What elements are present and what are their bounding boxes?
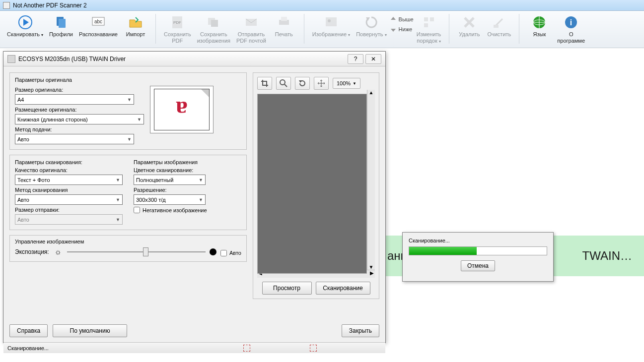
svg-point-24 (280, 80, 285, 85)
reorder-icon (422, 15, 436, 30)
pdf-icon: PDF (170, 15, 185, 30)
rotate-cw-icon (298, 79, 306, 87)
image-control-panel: Управление изображением Экспозиция: ☼ Ав… (9, 235, 247, 262)
profiles-button[interactable]: Профили (46, 14, 76, 39)
zoom-combo[interactable]: 100%▼ (333, 78, 360, 89)
folder-import-icon (128, 15, 143, 30)
feed-label: Метод подачи: (15, 126, 144, 132)
exposure-slider[interactable] (67, 251, 206, 252)
svg-point-14 (328, 19, 331, 22)
images-icon (206, 15, 221, 30)
status-text: Сканирование... (7, 345, 49, 351)
import-button[interactable]: Импорт (121, 14, 150, 39)
crop-icon (261, 79, 269, 87)
dialog-icon (7, 55, 15, 63)
help-button[interactable]: Справка (9, 324, 48, 337)
app-icon (3, 2, 10, 9)
status-mark-icon (243, 345, 250, 352)
ocr-button[interactable]: abc Распознавание (76, 14, 121, 39)
svg-rect-9 (211, 20, 218, 27)
dialog-close-bottom-button[interactable]: Закрыть (342, 324, 379, 337)
dialog-title: ECOSYS M2035dn (USB) TWAIN Driver (18, 56, 126, 62)
preview-canvas[interactable] (257, 94, 367, 274)
svg-text:PDF: PDF (173, 20, 181, 25)
envelope-icon (244, 15, 259, 30)
preview-panel: 100%▼ ▲▼ ◀▶ Просмотр Сканирование (253, 72, 379, 299)
scan-button[interactable]: Сканировать ▾ (4, 14, 46, 39)
svg-rect-18 (424, 23, 428, 27)
placement-combo[interactable]: Книжная (длинная сторона)▼ (15, 114, 144, 124)
reorder-button[interactable]: Изменить порядок ▾ (414, 14, 444, 46)
svg-rect-16 (424, 17, 428, 21)
arrow-down-icon (390, 26, 397, 33)
about-button[interactable]: i О программе (554, 14, 588, 45)
svg-rect-19 (494, 25, 499, 28)
sendsize-label: Размер отправки: (15, 207, 123, 213)
magnifier-icon (280, 79, 287, 87)
dark-dot-icon (210, 248, 216, 255)
svg-rect-17 (430, 17, 434, 21)
exposure-label: Экспозиция: (15, 248, 49, 255)
move-up-button[interactable]: Выше (390, 16, 414, 23)
original-params-header: Параметры оригинала (15, 77, 241, 83)
resolution-label: Разрешение: (134, 187, 241, 193)
feed-combo[interactable]: Авто▼ (15, 134, 134, 144)
save-images-button[interactable]: Сохранить изображения (194, 14, 233, 45)
quality-combo[interactable]: Текст + Фото▼ (15, 175, 123, 185)
dialog-close-button[interactable]: ✕ (365, 54, 381, 64)
x-icon (462, 15, 477, 30)
svg-rect-3 (59, 19, 66, 28)
svg-marker-1 (23, 19, 29, 26)
crop-button[interactable] (257, 77, 272, 90)
defaults-button[interactable]: По умолчанию (53, 324, 127, 337)
clear-button[interactable]: Очистить (484, 14, 514, 39)
svg-text:i: i (570, 18, 572, 27)
printer-icon (277, 15, 291, 30)
documents-icon (54, 15, 69, 30)
original-preview: a (150, 86, 214, 133)
quality-label: Качество оригинала: (15, 167, 123, 173)
sendsize-combo: Авто▼ (15, 214, 123, 225)
move-icon (317, 79, 325, 87)
scan-dialog-button[interactable]: Сканирование (316, 282, 370, 295)
arrow-up-icon (390, 16, 397, 23)
cancel-scan-button[interactable]: Отмена (461, 260, 495, 271)
move-down-button[interactable]: Ниже (390, 26, 414, 33)
save-pdf-button[interactable]: PDF Сохранить PDF (161, 14, 194, 45)
method-label: Метод сканирования (15, 187, 123, 193)
placement-label: Размещение оригинала: (15, 107, 144, 113)
size-combo[interactable]: A4▼ (15, 94, 134, 105)
original-params-panel: Параметры оригинала Размер оригинала: A4… (9, 72, 247, 150)
window-title: Not Another PDF Scanner 2 (13, 2, 87, 9)
resolution-combo[interactable]: 300x300 т/д▼ (134, 194, 206, 205)
svg-rect-13 (326, 17, 337, 26)
zoom-button[interactable] (276, 77, 291, 90)
move-button[interactable] (314, 77, 329, 90)
picture-icon (324, 15, 339, 30)
scanparam-header: Параметры сканирования: (15, 159, 123, 165)
vscrollbar[interactable]: ▲▼ (367, 90, 375, 270)
rotate-preview-button[interactable] (295, 77, 310, 90)
color-label: Цветное сканирование: (134, 167, 241, 173)
image-button[interactable]: Изображение ▾ (309, 14, 353, 39)
color-combo[interactable]: Полноцветный▼ (134, 175, 206, 185)
print-button[interactable]: Печать (269, 14, 299, 39)
delete-button[interactable]: Удалить (454, 14, 484, 39)
strip-right-text: TWAIN… (582, 249, 644, 263)
method-combo[interactable]: Авто▼ (15, 194, 123, 205)
sun-icon: ☼ (53, 247, 63, 256)
imgparam-header: Параметры изображения (134, 159, 241, 165)
negative-checkbox[interactable]: Негативное изображение (134, 207, 241, 213)
auto-exposure-checkbox[interactable]: Авто (220, 250, 241, 256)
rotate-icon (364, 15, 379, 30)
email-pdf-button[interactable]: Отправить PDF почтой (233, 14, 269, 45)
language-button[interactable]: Язык (524, 14, 554, 39)
dialog-help-button[interactable]: ? (348, 54, 363, 64)
svg-rect-12 (281, 17, 287, 21)
rotate-button[interactable]: Повернуть ▾ (353, 14, 389, 39)
preview-button[interactable]: Просмотр (262, 282, 312, 295)
twain-driver-dialog: ECOSYS M2035dn (USB) TWAIN Driver ? ✕ Па… (3, 51, 386, 343)
info-icon: i (564, 15, 578, 30)
scan-progress-dialog: Сканирование... Отмена (402, 232, 554, 282)
size-label: Размер оригинала: (15, 87, 144, 93)
